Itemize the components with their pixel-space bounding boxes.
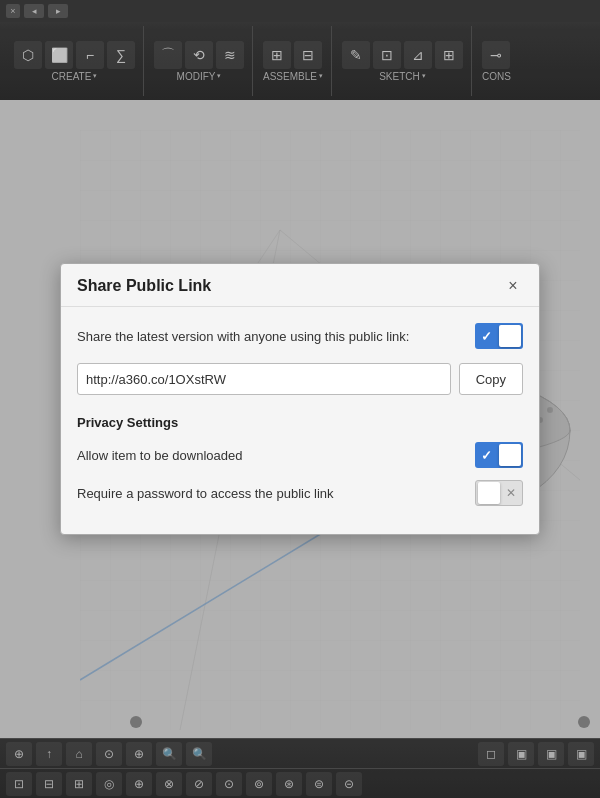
share-toggle[interactable]: ✓ (475, 323, 523, 349)
modal-overlay: Share Public Link × Share the latest ver… (0, 0, 600, 798)
url-input[interactable] (77, 363, 451, 395)
require-password-knob (478, 482, 500, 504)
modal-header: Share Public Link × (61, 264, 539, 307)
copy-button[interactable]: Copy (459, 363, 523, 395)
allow-download-label: Allow item to be downloaded (77, 448, 243, 463)
toggle-check-icon: ✓ (481, 329, 492, 344)
require-password-row: Require a password to access the public … (77, 480, 523, 506)
share-description: Share the latest version with anyone usi… (77, 329, 409, 344)
share-public-link-modal: Share Public Link × Share the latest ver… (60, 263, 540, 535)
allow-download-toggle[interactable]: ✓ (475, 442, 523, 468)
modal-title: Share Public Link (77, 277, 211, 295)
require-password-label: Require a password to access the public … (77, 486, 334, 501)
require-password-x-icon: ✕ (506, 486, 516, 500)
share-row: Share the latest version with anyone usi… (77, 323, 523, 349)
toggle-knob (499, 325, 521, 347)
url-row: Copy (77, 363, 523, 395)
privacy-settings-section: Privacy Settings Allow item to be downlo… (77, 415, 523, 506)
allow-download-row: Allow item to be downloaded ✓ (77, 442, 523, 468)
modal-close-button[interactable]: × (503, 276, 523, 296)
privacy-settings-title: Privacy Settings (77, 415, 523, 430)
allow-download-knob (499, 444, 521, 466)
require-password-toggle[interactable]: ✕ (475, 480, 523, 506)
modal-body: Share the latest version with anyone usi… (61, 307, 539, 534)
allow-download-check-icon: ✓ (481, 448, 492, 463)
